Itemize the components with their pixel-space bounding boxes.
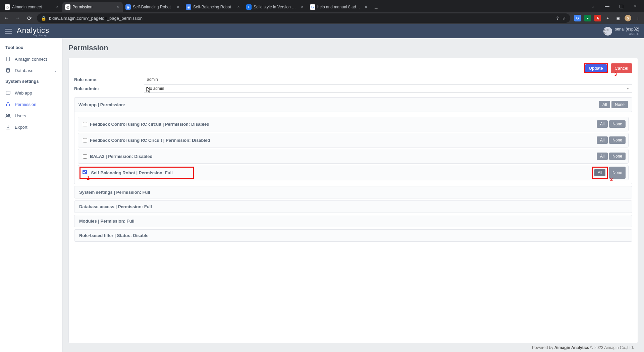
- share-icon[interactable]: ⇪: [556, 16, 559, 21]
- extension-icons: G ● A ✦ ▣ S ⋮: [574, 15, 641, 21]
- brand-logo: Analytics by Aimagin: [17, 26, 49, 37]
- callout-box-2: All: [592, 167, 608, 179]
- perm-checkbox[interactable]: [83, 170, 87, 174]
- favicon-icon: ◎: [5, 4, 10, 10]
- browser-tab[interactable]: F Solid style in Version 5 | Font Aw ×: [244, 2, 307, 12]
- close-icon[interactable]: ×: [55, 5, 60, 9]
- perm-role-based-filter[interactable]: Role-based filter | Status: Disable: [74, 229, 632, 242]
- extension-icon[interactable]: G: [574, 15, 581, 21]
- user-role: admin: [629, 32, 639, 36]
- sidebar-item-database[interactable]: Database ⌄: [0, 65, 62, 76]
- tab-title: help and manual 8 add code - G: [317, 5, 362, 9]
- browser-tab[interactable]: ◎ Aimagin connect ×: [2, 2, 62, 12]
- none-button[interactable]: None: [609, 120, 626, 128]
- perm-checkbox[interactable]: [83, 138, 87, 142]
- perm-item-label: BALA2 | Permission: Disabled: [90, 154, 152, 159]
- svg-point-6: [8, 114, 10, 116]
- close-icon[interactable]: ×: [364, 5, 368, 9]
- footer: Powered by Aimagin Analytics © 2023 Aima…: [68, 343, 638, 352]
- avatar: 32 x 32: [603, 27, 612, 36]
- profile-icon[interactable]: S: [625, 15, 631, 21]
- close-icon[interactable]: ×: [176, 5, 180, 9]
- forward-icon[interactable]: →: [14, 14, 21, 22]
- favicon-icon: ◉: [125, 4, 131, 10]
- all-button[interactable]: All: [597, 153, 608, 160]
- page-title: Permission: [68, 44, 638, 52]
- perm-item: BALA2 | Permission: Disabled All None: [78, 149, 629, 164]
- sidebar-item-permission[interactable]: Permission: [0, 99, 62, 110]
- sidebar-item-label: Export: [15, 125, 28, 130]
- none-button[interactable]: None: [611, 101, 628, 108]
- brand-subtext: by Aimagin: [17, 34, 49, 37]
- sidebar-item-web-app[interactable]: Web app: [0, 87, 62, 99]
- chevron-down-icon[interactable]: ⌄: [589, 3, 597, 9]
- perm-checkbox[interactable]: [83, 122, 87, 126]
- lock-icon: [5, 102, 11, 107]
- none-button[interactable]: None: [609, 153, 626, 160]
- url-bar[interactable]: 🔒 bidev.aimagin.com/?_pageId=_page_permi…: [37, 13, 570, 23]
- role-admin-row: Role admin: No admin: [74, 84, 632, 93]
- perm-item-label: Feedback Control using RC circuit | Perm…: [90, 122, 209, 127]
- sidebar-item-label: Users: [15, 113, 26, 118]
- star-icon[interactable]: ☆: [562, 16, 566, 21]
- perm-database-access[interactable]: Database access | Permission: Full: [74, 200, 632, 213]
- url-text: bidev.aimagin.com/?_pageId=_page_permiss…: [49, 16, 553, 21]
- back-icon[interactable]: ←: [3, 14, 10, 22]
- maximize-icon[interactable]: ▢: [617, 3, 625, 9]
- sidebar-item-users[interactable]: Users: [0, 110, 62, 121]
- export-icon: [5, 124, 11, 130]
- new-tab-button[interactable]: +: [371, 5, 381, 12]
- browser-tab[interactable]: G help and manual 8 add code - G ×: [307, 2, 371, 12]
- close-icon[interactable]: ×: [236, 5, 241, 9]
- sidebar-item-export[interactable]: Export: [0, 121, 62, 133]
- callout-update: Update: [584, 63, 608, 73]
- extension-icon[interactable]: ●: [584, 15, 591, 21]
- action-row: Update Cancel 3: [74, 63, 632, 73]
- perm-item-label: Self-Balancing Robot | Permission: Full: [91, 170, 172, 175]
- user-box[interactable]: 32 x 32 senal (esp32) admin: [603, 27, 639, 36]
- perm-toggle-group: All None 2: [592, 167, 626, 179]
- all-button[interactable]: All: [597, 136, 608, 144]
- browser-tab[interactable]: ◉ Self-Balancing Robot ×: [183, 2, 244, 12]
- close-icon[interactable]: ×: [300, 5, 305, 9]
- reload-icon[interactable]: ⟳: [25, 14, 33, 22]
- close-window-icon[interactable]: ×: [631, 3, 639, 9]
- extension-icon[interactable]: A: [594, 15, 601, 21]
- footer-suffix: © 2023 Aimagin Co.,Ltd.: [589, 345, 634, 350]
- tab-title: Aimagin connect: [12, 5, 53, 9]
- browser-tab[interactable]: ◎ Permission ×: [62, 2, 123, 12]
- favicon-icon: G: [310, 4, 315, 10]
- minimize-icon[interactable]: —: [603, 3, 611, 9]
- panel-icon[interactable]: ▣: [614, 15, 621, 21]
- callout-box-1: Self-Balancing Robot | Permission: Full: [79, 167, 194, 179]
- none-button[interactable]: None: [609, 136, 626, 144]
- favicon-icon: F: [246, 4, 252, 10]
- sidebar-item-label: Web app: [15, 91, 32, 96]
- svg-point-2: [6, 68, 9, 70]
- webapp-section-title: Web app | Permission:: [78, 102, 125, 107]
- favicon-icon: ◎: [65, 4, 70, 10]
- hamburger-icon[interactable]: [5, 27, 12, 35]
- cancel-button[interactable]: Cancel: [611, 63, 632, 73]
- sidebar-item-label: Permission: [15, 102, 36, 107]
- perm-item: Feedback Control using RC Circuit | Perm…: [78, 133, 629, 148]
- perm-toggle-group: All None: [597, 136, 626, 144]
- all-button[interactable]: All: [599, 101, 610, 108]
- perm-modules[interactable]: Modules | Permission: Full: [74, 215, 632, 227]
- all-button[interactable]: All: [594, 169, 605, 176]
- perm-system-settings[interactable]: System settings | Permission: Full: [74, 186, 632, 198]
- kebab-menu-icon[interactable]: ⋮: [635, 15, 641, 21]
- close-icon[interactable]: ×: [115, 5, 120, 9]
- browser-tab[interactable]: ◉ Self-Balancing Robot ×: [123, 2, 183, 12]
- all-button[interactable]: All: [597, 120, 608, 128]
- main-content: Permission Update Cancel 3 Role name: Ro…: [62, 38, 644, 352]
- browser-tabstrip: ◎ Aimagin connect × ◎ Permission × ◉ Sel…: [0, 0, 644, 12]
- puzzle-icon[interactable]: ✦: [604, 15, 611, 21]
- sidebar-item-aimagin-connect[interactable]: Aimagin connect: [0, 53, 62, 65]
- webapp-toggle-group: All None: [599, 101, 628, 108]
- role-admin-select[interactable]: No admin: [144, 84, 632, 93]
- perm-item-label: Feedback Control using RC Circuit | Perm…: [90, 138, 210, 143]
- role-name-input[interactable]: [144, 76, 632, 83]
- perm-checkbox[interactable]: [83, 154, 87, 159]
- update-button[interactable]: Update: [585, 64, 607, 72]
